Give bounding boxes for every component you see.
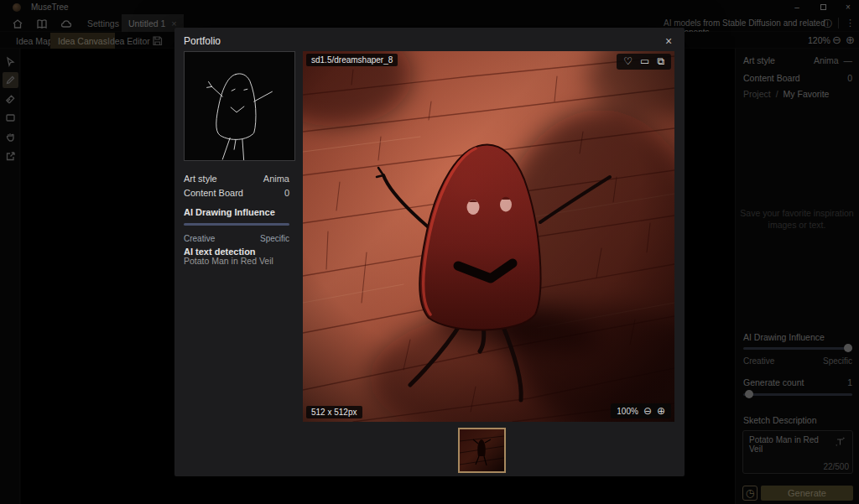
- modal-art-style-value: Anima: [263, 174, 289, 184]
- favorite-heart-icon[interactable]: ♡: [623, 54, 633, 70]
- modal-influence-minmax: CreativeSpecific: [184, 234, 289, 243]
- modal-influence-label: AI Drawing Influence: [184, 207, 275, 217]
- dialog-title: Portfolio: [184, 35, 221, 47]
- modal-content-board-value: 0: [284, 188, 289, 198]
- sketch-preview: [184, 51, 295, 161]
- modal-text-detection-value: Potato Man in Red Veil: [184, 256, 273, 266]
- modal-content-board-label: Content Board: [184, 188, 243, 198]
- modal-influence-slider[interactable]: [184, 223, 289, 226]
- modal-art-style-row: Art style Anima: [184, 174, 289, 184]
- dialog-close-icon[interactable]: ×: [661, 34, 676, 49]
- image-zoom-level: 100%: [617, 407, 638, 416]
- add-to-board-icon[interactable]: ▭: [640, 54, 649, 70]
- open-external-icon[interactable]: ⧉: [657, 54, 664, 70]
- modal-content-board-row: Content Board 0: [184, 188, 289, 198]
- filmstrip-thumbnail-selected[interactable]: [458, 428, 506, 473]
- modal-art-style-label: Art style: [184, 174, 217, 184]
- image-zoom-controls: 100% ⊖ ⊕: [611, 403, 671, 418]
- image-size-badge: 512 x 512px: [306, 406, 362, 418]
- portfolio-dialog: Portfolio × Art style Anima Content Boar…: [174, 28, 685, 476]
- image-actions: ♡ ▭ ⧉: [617, 54, 671, 70]
- model-name-badge: sd1.5/dreamshaper_8: [306, 54, 398, 66]
- app-window: MuseTree – × Settings × Untitled 1 × AI …: [0, 0, 859, 504]
- zoom-in-icon[interactable]: ⊕: [657, 405, 665, 417]
- generated-image[interactable]: sd1.5/dreamshaper_8 ♡ ▭ ⧉ 512 x 512px 10…: [303, 51, 674, 422]
- zoom-out-icon[interactable]: ⊖: [643, 405, 652, 417]
